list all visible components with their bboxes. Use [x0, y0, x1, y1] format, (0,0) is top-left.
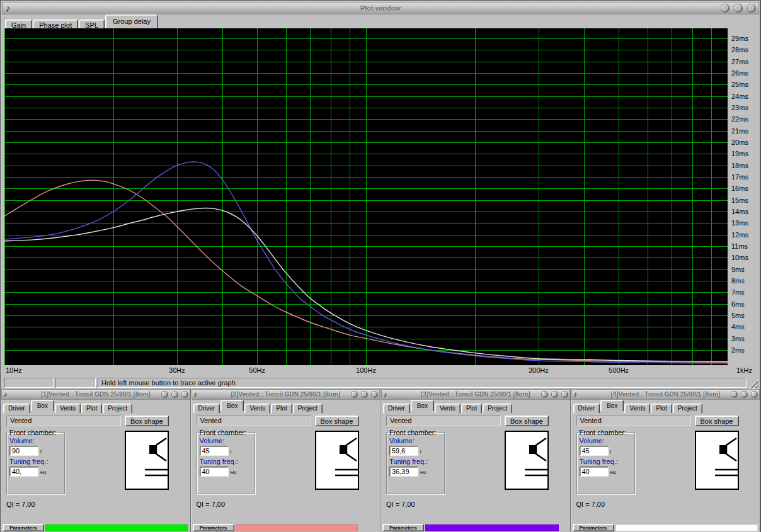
minimize-button[interactable] [731, 392, 737, 397]
speaker-cone-icon [156, 438, 166, 461]
y-tick-label: 20ms [731, 139, 748, 146]
panel-bottom-bar: Parameters [192, 524, 380, 532]
box-shape-button[interactable]: Box shape [695, 416, 739, 426]
tab-group-delay[interactable]: Group delay [105, 14, 158, 28]
tab-box[interactable]: Box [411, 400, 434, 411]
y-tick-label: 28ms [731, 46, 748, 54]
tuning-freq-input[interactable] [580, 467, 609, 477]
volume-input[interactable] [580, 446, 609, 456]
volume-label: Volume: [9, 437, 64, 444]
maximize-button[interactable] [172, 392, 178, 397]
volume-input[interactable] [200, 446, 229, 456]
plot-window-titlebar[interactable]: ♪ Plot window [2, 2, 759, 14]
volume-label: Volume: [580, 437, 634, 444]
box-shape-button[interactable]: Box shape [315, 416, 359, 426]
tuning-freq-input[interactable] [389, 467, 418, 477]
minimize-button[interactable] [352, 392, 357, 397]
parameters-button[interactable]: Parameters [193, 524, 234, 531]
tuning-freq-label: Tuning freq.: [580, 458, 634, 465]
trace-color-bar [45, 524, 188, 531]
volume-input[interactable] [389, 446, 418, 456]
status-cell-left [4, 378, 54, 388]
clef-note-icon: ♪ [6, 4, 10, 13]
enclosure-type-field[interactable]: Vented [197, 416, 311, 426]
y-tick-label: 12ms [731, 231, 748, 239]
box-shape-preview [315, 431, 359, 490]
parameters-button[interactable]: Parameters [573, 524, 614, 531]
volume-unit: l [610, 449, 612, 456]
ql-value: QI = 7,00 [6, 501, 35, 508]
box-shape-preview [695, 431, 739, 490]
minimize-button[interactable] [162, 392, 168, 397]
y-tick-label: 2ms [731, 346, 745, 354]
box-shape-button[interactable]: Box shape [505, 416, 549, 426]
maximize-button[interactable] [741, 392, 747, 397]
tuning-freq-input[interactable] [9, 467, 38, 477]
maximize-button[interactable] [735, 4, 742, 12]
panel-bottom-bar: Parameters [1, 524, 190, 532]
panel-titlebar[interactable]: ♪ [1]Vented : Tonsil GDN 25/80/1 [8om] [1, 389, 190, 400]
volume-unit: l [40, 449, 42, 456]
y-tick-label: 27ms [731, 58, 748, 65]
maximize-button[interactable] [362, 392, 367, 397]
vent-port-icon [715, 470, 738, 475]
tab-box[interactable]: Box [31, 400, 54, 411]
close-button[interactable] [752, 392, 757, 397]
maximize-button[interactable] [552, 392, 558, 397]
y-tick-label: 9ms [731, 266, 745, 273]
plot-status-bar: Hold left mouse button to trace active g… [2, 377, 759, 388]
resize-grip[interactable] [749, 380, 758, 388]
speaker-magnet-icon [340, 445, 346, 454]
box-shape-button[interactable]: Box shape [125, 416, 169, 426]
speaker-cone-icon [536, 438, 546, 461]
tab-box[interactable]: Box [220, 400, 244, 411]
clef-note-icon: ♪ [194, 391, 198, 398]
close-button[interactable] [182, 392, 188, 397]
panel-tab-bar: DriverBoxVentsPlotProject [571, 400, 760, 412]
tab-box[interactable]: Box [600, 400, 624, 411]
y-tick-label: 8ms [731, 277, 745, 285]
vented-box-drawing [506, 432, 547, 489]
vented-box-drawing [126, 432, 168, 489]
tuning-freq-label: Tuning freq.: [389, 458, 444, 465]
tuning-freq-unit: Hz [231, 470, 237, 477]
x-tick-label: 100Hz [356, 366, 376, 374]
y-tick-label: 4ms [731, 323, 745, 331]
group-delay-chart[interactable] [4, 28, 728, 365]
volume-label: Volume: [389, 437, 444, 444]
tuning-freq-input[interactable] [200, 467, 229, 477]
front-chamber-label: Front chamber: [8, 429, 58, 436]
minimize-button[interactable] [542, 392, 547, 397]
x-tick-label: 300Hz [529, 366, 549, 374]
parameters-button[interactable]: Parameters [3, 524, 44, 531]
close-button[interactable] [372, 392, 377, 397]
panel-titlebar[interactable]: ♪ [2]Vented : Tonsil GDN 25/80/1 [8om] [192, 389, 380, 400]
enclosure-type-field[interactable]: Vented [386, 416, 501, 426]
panel-tab-bar: DriverBoxVentsPlotProject [381, 400, 570, 412]
front-chamber-group: Front chamber: Volume: l Tuning freq.: H… [576, 429, 635, 494]
plot-window-title: Plot window [3, 4, 758, 12]
panel-titlebar[interactable]: ♪ [4]Vented : Tonsil GDN 25/80/1 [8om] [571, 389, 760, 400]
ql-value: QI = 7,00 [576, 501, 605, 508]
tuning-freq-unit: Hz [40, 470, 47, 477]
y-tick-label: 21ms [731, 127, 748, 135]
enclosure-type-field[interactable]: Vented [576, 416, 691, 426]
tuning-freq-label: Tuning freq.: [200, 458, 255, 465]
plot-body: 29ms28ms27ms26ms25ms24ms23ms22ms21ms20ms… [2, 28, 759, 376]
x-tick-label: 30Hz [169, 366, 185, 374]
minimize-button[interactable] [721, 4, 729, 12]
volume-input[interactable] [9, 446, 38, 456]
parameters-button[interactable]: Parameters [382, 524, 424, 531]
panel-titlebar[interactable]: ♪ [3]Vented : Tonsil GDN 25/80/1 [8om] [381, 389, 570, 400]
speaker-cone-icon [346, 438, 357, 461]
front-chamber-group: Front chamber: Volume: l Tuning freq.: H… [197, 429, 255, 494]
x-tick-label: 10Hz [6, 366, 22, 374]
vented-box-drawing [316, 432, 358, 489]
clef-note-icon: ♪ [574, 391, 578, 398]
y-tick-label: 25ms [731, 81, 748, 88]
close-button[interactable] [748, 4, 755, 12]
enclosure-type-field[interactable]: Vented [6, 416, 121, 426]
front-chamber-group: Front chamber: Volume: l Tuning freq.: H… [386, 429, 445, 494]
close-button[interactable] [562, 392, 568, 397]
box-shape-preview [125, 431, 169, 490]
